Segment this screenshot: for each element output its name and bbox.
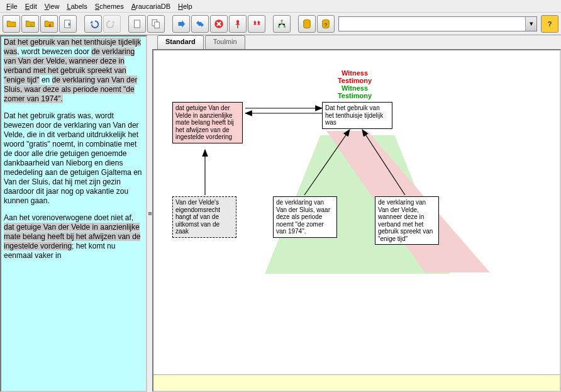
open-icon[interactable] — [3, 15, 20, 33]
svg-rect-8 — [284, 26, 286, 28]
help-button[interactable]: ? — [541, 15, 558, 33]
scheme-combo[interactable]: ▾ — [338, 16, 537, 31]
chevron-down-icon[interactable]: ▾ — [525, 17, 536, 31]
tabstrip: Standard Toulmin — [152, 35, 561, 49]
cancel-icon[interactable] — [210, 15, 228, 33]
menu-edit[interactable]: Edit — [21, 1, 41, 11]
toolbar: ? ▾ ? — [0, 13, 561, 35]
menu-araucariadb[interactable]: AraucariaDB — [128, 1, 174, 11]
menu-file[interactable]: File — [3, 1, 21, 11]
label-witness-green: Witness — [330, 84, 380, 92]
svg-rect-3 — [155, 22, 160, 28]
status-strip — [153, 374, 560, 391]
node-premise-right[interactable]: de verklaring van Van der Velde, wanneer… — [375, 196, 439, 245]
diagram-canvas[interactable]: Witness Testimony Witness Testimony dat … — [152, 49, 561, 392]
swap-icon[interactable] — [191, 15, 209, 33]
svg-rect-6 — [281, 20, 283, 21]
menu-labels[interactable]: Labels — [63, 1, 91, 11]
svg-rect-7 — [278, 26, 280, 28]
db-icon[interactable] — [298, 15, 316, 33]
tab-toulmin[interactable]: Toulmin — [205, 35, 245, 49]
svg-rect-1 — [135, 20, 140, 28]
label-testimony-green: Testimony — [330, 92, 380, 99]
node-counter[interactable]: dat getuige Van der Velde in aanzienlijk… — [172, 102, 243, 143]
label-testimony-red: Testimony — [330, 77, 380, 84]
redo-icon[interactable] — [103, 15, 121, 33]
undo-icon[interactable] — [84, 15, 102, 33]
link-pin-icon[interactable] — [248, 15, 265, 33]
pin-icon[interactable] — [229, 15, 247, 33]
copy-doc-icon[interactable] — [147, 15, 165, 33]
node-premise-mid[interactable]: de verklaring van Van der Sluis, waar de… — [273, 196, 337, 238]
save-icon[interactable] — [40, 15, 58, 33]
paragraph-1: Dat het gebruik van het tenthuisje tijde… — [4, 38, 143, 104]
node-conclusion[interactable]: Dat het gebruik van het tenthuisje tijde… — [322, 102, 392, 129]
menubar: File Edit View Labels Schemes AraucariaD… — [0, 0, 561, 13]
forward-icon[interactable] — [172, 15, 190, 33]
text-pane[interactable]: Dat het gebruik van het tenthuisje tijde… — [0, 35, 147, 392]
label-witness-red: Witness — [330, 69, 380, 77]
open-folder-icon[interactable] — [21, 15, 39, 33]
menu-view[interactable]: View — [41, 1, 64, 11]
paragraph-3: Aan het vorenoverwogene doet niet af, da… — [4, 213, 143, 260]
tab-standard[interactable]: Standard — [157, 35, 204, 49]
tree-icon[interactable] — [273, 15, 291, 33]
main-area: Dat het gebruik van het tenthuisje tijde… — [0, 35, 561, 392]
paragraph-2: Dat het gebruik gratis was, wordt beweze… — [4, 111, 143, 206]
menu-schemes[interactable]: Schemes — [91, 1, 128, 11]
splitter-grip-icon — [148, 212, 152, 215]
node-implicit[interactable]: Van der Velde's eigendomsrecht hangt af … — [172, 196, 236, 238]
export-icon[interactable] — [59, 15, 77, 33]
svg-text:?: ? — [325, 21, 328, 27]
splitter[interactable] — [147, 35, 152, 392]
menu-help[interactable]: Help — [174, 1, 196, 11]
right-pane: Standard Toulmin Witness Testimony Witne… — [152, 35, 561, 392]
new-doc-icon[interactable] — [128, 15, 146, 33]
db-help-icon[interactable]: ? — [317, 15, 335, 33]
